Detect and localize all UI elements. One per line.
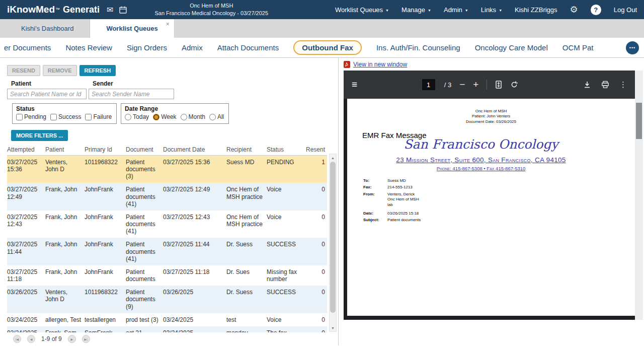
tab-worklist-queues[interactable]: Worklist Queues ×	[90, 19, 174, 38]
daterange-radio-today[interactable]	[125, 114, 131, 120]
daterange-radio-all[interactable]	[209, 114, 216, 120]
fax-row[interactable]: 03/27/2025 12:43Frank, JohnJohnFrankPati…	[7, 211, 327, 238]
last-page-button[interactable]: ▶|	[82, 335, 90, 343]
subnav-deliver-documents[interactable]: er Documents	[4, 43, 51, 52]
user-name[interactable]: Kishi ZZBriggs	[515, 6, 557, 14]
fax-cell-resent: 0	[306, 286, 327, 313]
practice-phone-fax: Phone: 415-867-5308 • Fax 415-867-5310	[347, 166, 615, 171]
sender-search-input[interactable]	[89, 89, 174, 99]
first-page-button[interactable]: |◀	[13, 335, 21, 343]
prev-page-button[interactable]: ◀	[27, 335, 35, 343]
toolbar-divider	[487, 80, 487, 90]
fax-cell-primary_id: 1011968322	[85, 156, 126, 183]
resend-button[interactable]: RESEND	[7, 65, 40, 76]
subnav-oncology-care-model[interactable]: Oncology Care Model	[475, 43, 548, 52]
next-page-button[interactable]: ▶	[68, 335, 76, 343]
fax-cell-recipient: Onc Hem of MSH practice	[226, 211, 267, 238]
brand-name: iKnowMed	[7, 4, 55, 15]
subnav-ocm-patients[interactable]: OCM Pat	[562, 43, 594, 52]
subnav-sign-orders[interactable]: Sign Orders	[127, 43, 167, 52]
daterange-radio-week[interactable]	[153, 114, 159, 120]
status-option-success[interactable]: Success	[50, 113, 81, 120]
subnav-outbound-fax[interactable]: Outbound Fax	[293, 40, 362, 55]
status-checkbox-failure[interactable]	[85, 114, 92, 120]
status-option-failure[interactable]: Failure	[85, 113, 112, 120]
daterange-radio-month[interactable]	[181, 114, 187, 120]
mail-icon[interactable]: ✉	[107, 5, 113, 15]
fax-cell-document: Patient documents (41)	[126, 211, 163, 238]
fax-row[interactable]: 03/27/2025 11:44Frank, JohnJohnFrankPati…	[7, 238, 327, 265]
fax-preview-panel: View in new window ≡ 1 / 3 − +	[339, 58, 644, 345]
page-count-label: / 3	[444, 81, 451, 89]
brand-logo: iKnowMed™ Generati ✉	[7, 4, 127, 15]
nav-worklist-queues[interactable]: Worklist Queues▼	[335, 6, 389, 14]
tab-dashboard[interactable]: Kishi's Dashboard	[5, 19, 90, 38]
fax-cell-patient: Venters, John D	[45, 156, 85, 183]
pdf-scrollbar-thumb[interactable]	[636, 103, 642, 139]
scroll-down-icon[interactable]: ▼	[330, 324, 336, 331]
fax-row[interactable]: 03/27/2025 15:36Venters, John D101196832…	[7, 156, 327, 183]
fax-cell-document: prod test (3)	[126, 313, 163, 326]
refresh-button[interactable]: REFRESH	[79, 65, 116, 76]
view-in-new-window-link[interactable]: View in new window	[353, 61, 407, 68]
nav-links[interactable]: Links▼	[481, 6, 502, 14]
status-option-pending[interactable]: Pending	[16, 113, 46, 120]
calendar-icon[interactable]	[119, 6, 127, 14]
page-number-input[interactable]: 1	[422, 79, 435, 90]
daterange-option-today[interactable]: Today	[125, 113, 149, 120]
more-options-icon[interactable]: ⋮	[619, 80, 627, 89]
zoom-in-button[interactable]: +	[473, 79, 478, 90]
fit-page-button[interactable]	[495, 81, 502, 89]
menu-icon[interactable]: ≡	[352, 79, 357, 90]
subnav-attach-documents[interactable]: Attach Documents	[217, 43, 279, 52]
fax-cell-status: Voice	[267, 183, 306, 210]
pdf-scrollbar[interactable]	[635, 71, 643, 320]
print-icon[interactable]	[601, 81, 609, 89]
fax-panel: RESEND REMOVE REFRESH Patient Sender Sta…	[0, 58, 339, 345]
view-link-row: View in new window	[339, 58, 644, 71]
fax-row[interactable]: 03/24/2025allergen, Testtestallergenprod…	[7, 313, 327, 326]
tab-bar: Kishi's Dashboard Worklist Queues ×	[0, 19, 644, 38]
subnav-ins-auth-fin-counseling[interactable]: Ins. Auth/Fin. Counseling	[376, 43, 460, 52]
fax-table-scrollbar[interactable]: ▲ ▼	[329, 154, 337, 332]
daterange-option-month[interactable]: Month	[181, 113, 205, 120]
status-checkbox-success[interactable]	[50, 114, 57, 120]
daterange-option-week[interactable]: Week	[153, 113, 176, 120]
fax-cell-status: SUCCESS	[267, 286, 306, 313]
column-header-primary-id: Primary Id	[85, 146, 126, 153]
fax-fields: To:Suess MDFax:214-555-1213From:Venters,…	[363, 178, 421, 223]
fax-row[interactable]: 03/26/2025Venters, John D1011968322Patie…	[7, 286, 327, 313]
help-icon[interactable]: ?	[591, 5, 601, 15]
fax-row[interactable]: 03/27/2025 11:18Frank, JohnJohnFrankPati…	[7, 265, 327, 286]
logout-button[interactable]: Log Out	[614, 6, 637, 14]
nav-admin[interactable]: Admin▼	[444, 6, 468, 14]
more-tabs-button[interactable]: •••	[626, 41, 639, 54]
scrollbar-thumb[interactable]	[330, 162, 336, 313]
column-header-resent: Resent	[306, 146, 327, 153]
fax-doc-practice: Onc Hem of MSH	[347, 109, 635, 114]
worklist-subnav: er Documents Notes Review Sign Orders Ad…	[0, 38, 644, 58]
rotate-button[interactable]	[510, 81, 518, 89]
fax-cell-document: Patient documents (41)	[126, 238, 163, 265]
nav-manage[interactable]: Manage▼	[401, 6, 431, 14]
more-filters-button[interactable]: MORE FILTERS ...	[11, 130, 68, 141]
daterange-option-all[interactable]: All	[209, 113, 224, 120]
remove-button[interactable]: REMOVE	[43, 65, 77, 76]
subnav-admix[interactable]: Admix	[182, 43, 203, 52]
patient-search-label: Patient	[7, 80, 87, 87]
status-checkbox-pending[interactable]	[16, 114, 23, 120]
fax-row[interactable]: 03/27/2025 12:49Frank, JohnJohnFrankPati…	[7, 183, 327, 210]
scroll-up-icon[interactable]: ▲	[330, 154, 336, 161]
gear-icon[interactable]: ⚙	[570, 4, 578, 15]
column-header-attempted: Attempted	[7, 146, 45, 153]
fax-cell-document_date: 03/27/2025 12:49	[163, 183, 226, 210]
download-icon[interactable]	[583, 81, 591, 89]
caret-down-icon: ▼	[428, 9, 431, 12]
fax-cell-document: Patient documents (41)	[126, 183, 163, 210]
column-header-status: Status	[267, 146, 306, 153]
zoom-out-button[interactable]: −	[459, 79, 465, 90]
subnav-notes-review[interactable]: Notes Review	[65, 43, 112, 52]
close-icon[interactable]: ×	[166, 21, 170, 28]
fax-cell-attempted: 03/27/2025 12:49	[7, 183, 45, 210]
patient-search-input[interactable]	[7, 89, 87, 99]
